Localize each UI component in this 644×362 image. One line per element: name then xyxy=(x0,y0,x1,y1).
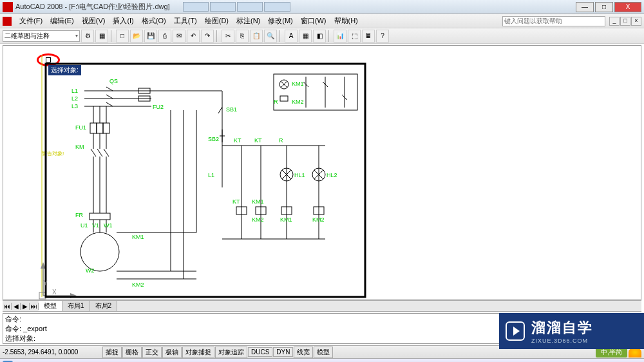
toggle-grid[interactable]: 栅格 xyxy=(122,347,142,358)
svg-rect-19 xyxy=(97,123,103,133)
browser-tab[interactable] xyxy=(210,2,236,12)
separator xyxy=(279,30,282,42)
svg-line-24 xyxy=(91,149,96,157)
tab-layout1[interactable]: 布局1 xyxy=(62,301,90,311)
label-hl2: HL2 xyxy=(327,172,337,178)
label-km2b: KM2 xyxy=(252,216,264,223)
title-bar: AutoCAD 2008 - [F:\电气CAD作业\经验图片.dwg] — □… xyxy=(0,0,644,14)
toggle-ortho[interactable]: 正交 xyxy=(142,347,162,358)
menu-format[interactable]: 格式(O) xyxy=(138,15,170,27)
calc-button[interactable]: 🖩 xyxy=(362,30,375,43)
label-km1: KM1 xyxy=(132,234,144,240)
ucs-x-label: X xyxy=(52,289,57,296)
workspace-label: 二维草图与注释 xyxy=(5,32,50,41)
toolbar-button[interactable]: ↶ xyxy=(187,30,200,43)
label-l2: L2 xyxy=(71,95,78,102)
save-button[interactable]: 💾 xyxy=(144,30,157,43)
toolbar-button[interactable]: 🔍 xyxy=(264,30,277,43)
minimize-button[interactable]: — xyxy=(576,2,594,12)
mdi-close-button[interactable]: × xyxy=(631,17,641,26)
toggle-polar[interactable]: 极轴 xyxy=(162,347,182,358)
label-sb2: SB2 xyxy=(208,136,219,142)
toggle-dyn[interactable]: DYN xyxy=(273,347,293,357)
menu-window[interactable]: 窗口(W) xyxy=(297,15,330,27)
toggle-ducs[interactable]: DUCS xyxy=(248,347,272,357)
svg-line-10 xyxy=(106,87,113,91)
menu-edit[interactable]: 编辑(E) xyxy=(46,15,78,27)
menu-insert[interactable]: 插入(I) xyxy=(109,15,137,27)
label-km1b: KM1 xyxy=(252,198,264,205)
label-sb1: SB1 xyxy=(226,106,237,113)
drawing-canvas[interactable]: 选择对象: 警告对象! xyxy=(3,45,641,300)
app-icon xyxy=(3,2,13,12)
maximize-button[interactable]: □ xyxy=(595,2,613,12)
toolbar-button[interactable]: ◧ xyxy=(313,30,326,43)
label-fu2: FU2 xyxy=(153,104,164,110)
menu-modify[interactable]: 修改(M) xyxy=(264,15,297,27)
menu-bar: 文件(F) 编辑(E) 视图(V) 插入(I) 格式(O) 工具(T) 绘图(D… xyxy=(0,14,644,28)
mdi-min-button[interactable]: _ xyxy=(609,17,620,26)
window-controls: — □ X xyxy=(574,2,641,12)
brand-name: 溜溜自学 xyxy=(531,318,593,338)
toggle-snap[interactable]: 捕捉 xyxy=(102,347,122,358)
label-w2: W2 xyxy=(86,267,95,274)
copy-button[interactable]: ⎘ xyxy=(236,30,249,43)
menu-dimension[interactable]: 标注(N) xyxy=(232,15,264,27)
label-hl1: HL1 xyxy=(294,172,305,178)
help-search-input[interactable] xyxy=(502,16,605,26)
browser-tab[interactable] xyxy=(264,2,290,12)
tab-nav-next[interactable]: ▶ xyxy=(21,303,30,310)
autocad-icon xyxy=(3,17,12,26)
menu-tools[interactable]: 工具(T) xyxy=(170,15,201,27)
toolbar-button[interactable]: ▦ xyxy=(299,30,312,43)
toolbar-button[interactable]: A xyxy=(285,30,298,43)
toggle-model[interactable]: 模型 xyxy=(314,347,333,358)
toolbar-button[interactable]: ⬚ xyxy=(348,30,361,43)
label-u1: U1 xyxy=(80,222,88,229)
svg-rect-20 xyxy=(103,123,109,133)
menu-draw[interactable]: 绘图(D) xyxy=(201,15,232,27)
toolbar-button[interactable]: ▦ xyxy=(95,30,108,43)
label-l1: L1 xyxy=(71,88,78,94)
tab-nav-first[interactable]: ⏮ xyxy=(3,303,12,310)
toolbar-button[interactable]: ✉ xyxy=(173,30,185,43)
help-button[interactable]: ? xyxy=(376,30,389,43)
label-km2d: KM2 xyxy=(292,99,304,105)
tab-nav-last[interactable]: ⏭ xyxy=(30,303,39,310)
separator xyxy=(328,30,331,42)
label-qs: QS xyxy=(109,78,118,84)
mdi-max-button[interactable]: □ xyxy=(620,17,630,26)
close-button[interactable]: X xyxy=(614,2,641,12)
window-title: AutoCAD 2008 - [F:\电气CAD作业\经验图片.dwg] xyxy=(15,2,170,12)
label-fr: FR xyxy=(75,212,83,218)
menu-view[interactable]: 视图(V) xyxy=(78,15,109,27)
tab-layout2[interactable]: 布局2 xyxy=(90,301,118,311)
toggle-otrack[interactable]: 对象追踪 xyxy=(215,347,247,358)
paste-button[interactable]: 📋 xyxy=(250,30,263,43)
svg-line-25 xyxy=(97,149,102,157)
toolbar-button[interactable]: 📊 xyxy=(334,30,346,43)
open-button[interactable]: 📂 xyxy=(130,30,143,43)
label-kt: KT xyxy=(234,137,242,144)
toggle-osnap[interactable]: 对象捕捉 xyxy=(182,347,214,358)
browser-tabs xyxy=(183,2,574,12)
browser-tab[interactable] xyxy=(183,2,209,12)
toggle-lwt[interactable]: 线宽 xyxy=(294,347,313,358)
menu-file[interactable]: 文件(F) xyxy=(15,15,46,27)
label-km: KM xyxy=(75,144,84,150)
new-button[interactable]: □ xyxy=(116,30,129,43)
layout-tabs: ⏮ ◀ ▶ ⏭ 模型 布局1 布局2 xyxy=(3,300,641,312)
toolbar-button[interactable]: ⚙ xyxy=(81,30,94,43)
watermark-brand: 溜溜自学 ZIXUE.3D66.COM xyxy=(499,313,644,349)
label-kta: KT xyxy=(254,137,262,144)
tab-model[interactable]: 模型 xyxy=(39,301,62,311)
menu-help[interactable]: 帮助(H) xyxy=(330,15,362,27)
toolbar-button[interactable]: ↷ xyxy=(201,30,214,43)
label-r2: R xyxy=(274,99,278,105)
cut-button[interactable]: ✂ xyxy=(222,30,234,43)
workspace-combo[interactable]: 二维草图与注释 xyxy=(3,30,80,42)
separator xyxy=(111,30,113,42)
toolbar-button[interactable]: ⎙ xyxy=(158,30,171,43)
tab-nav-prev[interactable]: ◀ xyxy=(12,303,21,310)
browser-tab[interactable] xyxy=(237,2,263,12)
